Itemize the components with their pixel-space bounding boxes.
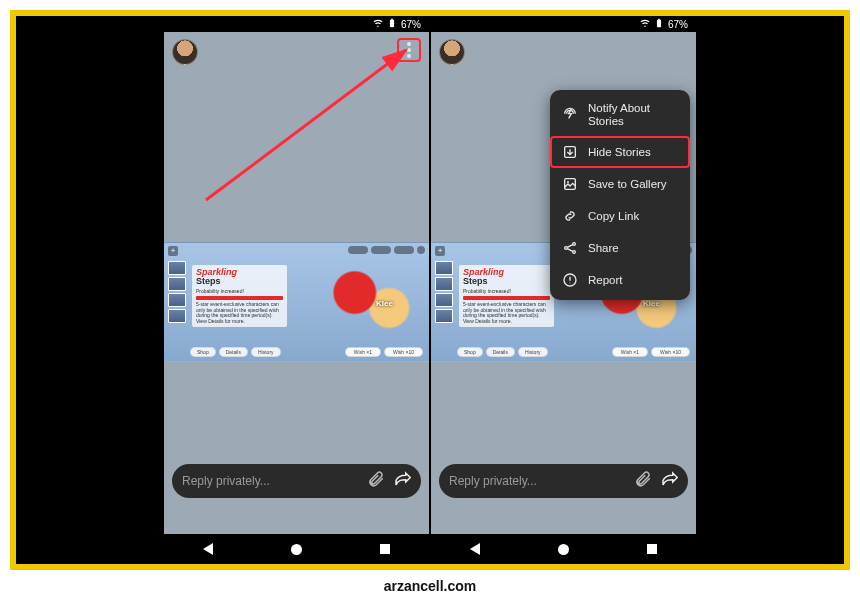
battery-icon <box>654 18 664 30</box>
story-options-menu: Notify About Stories Hide Stories Save t… <box>550 90 690 300</box>
game-bottom-buttons: Shop Details History <box>457 347 548 357</box>
banner-thumbs <box>168 261 188 325</box>
menu-save-gallery[interactable]: Save to Gallery <box>550 168 690 200</box>
menu-report-label: Report <box>588 274 623 287</box>
avatar[interactable] <box>172 39 198 65</box>
phone-right: 67% Notify About Stories Hide Stories <box>431 16 696 564</box>
menu-share-label: Share <box>588 242 619 255</box>
plus-icon: + <box>168 246 178 256</box>
nav-home[interactable] <box>291 544 302 555</box>
menu-copy-link[interactable]: Copy Link <box>550 200 690 232</box>
reply-bar: Reply privately... <box>172 464 421 498</box>
phone-pair: 67% + Spar <box>164 16 696 564</box>
plus-icon: + <box>435 246 445 256</box>
battery-text: 67% <box>668 19 688 30</box>
banner-sub: Probability increased! <box>196 289 283 295</box>
menu-report[interactable]: Report <box>550 264 690 296</box>
attach-icon[interactable] <box>367 470 385 492</box>
reply-input[interactable]: Reply privately... <box>449 474 626 488</box>
banner-sub: Probability increased! <box>463 289 550 295</box>
banner-title-2: Steps <box>196 277 283 287</box>
menu-save-label: Save to Gallery <box>588 178 667 191</box>
story-content-image: + Sparkling Steps Probability increased!… <box>164 242 429 362</box>
tutorial-frame: 67% + Spar <box>10 10 850 570</box>
nav-back[interactable] <box>470 543 480 555</box>
nav-recent[interactable] <box>380 544 390 554</box>
page: 67% + Spar <box>0 0 860 600</box>
wifi-icon <box>640 18 650 30</box>
nav-back[interactable] <box>203 543 213 555</box>
status-bar: 67% <box>431 16 696 32</box>
reply-bar: Reply privately... <box>439 464 688 498</box>
menu-notify[interactable]: Notify About Stories <box>550 94 690 136</box>
game-wish-buttons: Wish ×1 Wish ×10 <box>612 347 690 357</box>
share-icon[interactable] <box>393 470 411 492</box>
svg-point-4 <box>573 243 576 246</box>
avatar[interactable] <box>439 39 465 65</box>
game-wish-buttons: Wish ×1 Wish ×10 <box>345 347 423 357</box>
left-pad <box>16 16 164 564</box>
reply-input[interactable]: Reply privately... <box>182 474 359 488</box>
banner-thumbs <box>435 261 455 325</box>
story-body[interactable]: + Sparkling Steps Probability increased!… <box>164 72 429 534</box>
story-header <box>164 32 429 72</box>
battery-text: 67% <box>401 19 421 30</box>
phone-left: 67% + Spar <box>164 16 429 564</box>
nav-recent[interactable] <box>647 544 657 554</box>
android-navbar <box>431 534 696 564</box>
android-navbar <box>164 534 429 564</box>
share-icon[interactable] <box>660 470 678 492</box>
nav-home[interactable] <box>558 544 569 555</box>
menu-share[interactable]: Share <box>550 232 690 264</box>
banner-title-2: Steps <box>463 277 550 287</box>
status-bar: 67% <box>164 16 429 32</box>
svg-point-3 <box>565 247 568 250</box>
right-pad <box>696 16 844 564</box>
svg-point-5 <box>573 251 576 254</box>
game-topbar: + <box>168 246 425 256</box>
story-header <box>431 32 696 72</box>
game-bottom-buttons: Shop Details History <box>190 347 281 357</box>
attach-icon[interactable] <box>634 470 652 492</box>
menu-notify-label: Notify About Stories <box>588 102 678 128</box>
menu-copy-label: Copy Link <box>588 210 639 223</box>
character-name: Klee <box>643 299 660 308</box>
svg-point-2 <box>567 181 569 183</box>
menu-hide-label: Hide Stories <box>588 146 651 159</box>
story-body[interactable]: Notify About Stories Hide Stories Save t… <box>431 72 696 534</box>
battery-icon <box>387 18 397 30</box>
more-options-button[interactable] <box>397 38 421 62</box>
character-name: Klee <box>376 299 393 308</box>
banner-title-box: Sparkling Steps Probability increased! 5… <box>459 265 554 327</box>
banner-title-box: Sparkling Steps Probability increased! 5… <box>192 265 287 327</box>
watermark: arzancell.com <box>0 578 860 594</box>
wifi-icon <box>373 18 383 30</box>
menu-hide-stories[interactable]: Hide Stories <box>550 136 690 168</box>
